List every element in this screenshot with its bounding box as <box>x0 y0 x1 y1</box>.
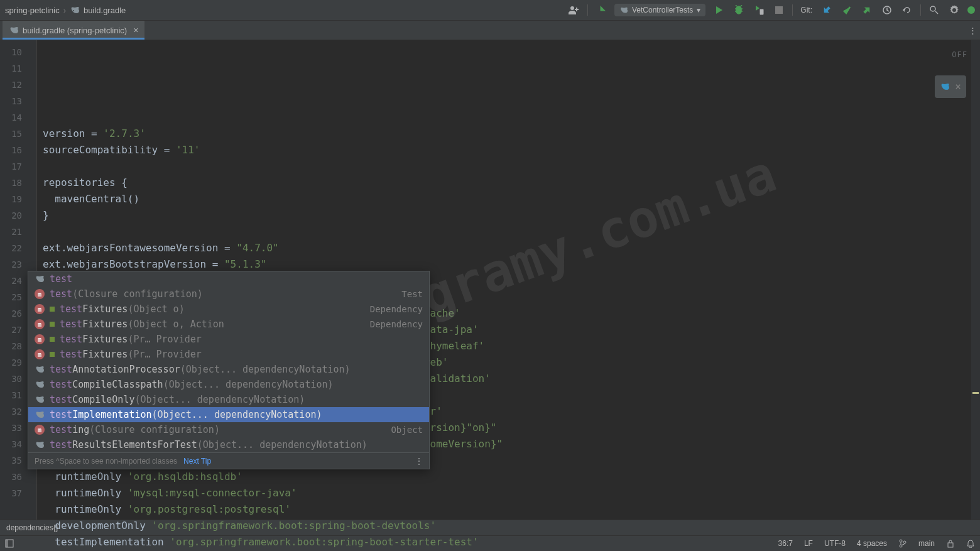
modifier-icon <box>50 352 55 357</box>
line-number[interactable]: 22 <box>0 240 36 256</box>
error-stripe[interactable] <box>971 40 980 520</box>
autocomplete-popup: testmtest(Closure configuration)Testmtes… <box>28 271 430 469</box>
line-number[interactable]: 14 <box>0 109 36 126</box>
rollback-icon[interactable] <box>900 3 914 17</box>
git-label: Git: <box>800 6 812 14</box>
code-line[interactable]: ext.webjarsFontawesomeVersion = "4.7.0" <box>36 240 980 256</box>
git-update-icon[interactable] <box>820 3 834 17</box>
line-number[interactable]: 16 <box>0 142 36 158</box>
close-icon[interactable]: × <box>133 25 138 35</box>
autocomplete-type: Dependency <box>370 319 423 329</box>
run-config-selector[interactable]: VetControllerTests ▾ <box>614 4 705 16</box>
tab-label: build.gradle (spring-petclinic) <box>23 26 127 35</box>
search-icon[interactable] <box>927 3 941 17</box>
line-number[interactable]: 11 <box>0 60 36 77</box>
code-line[interactable]: runtimeOnly 'org.postgresql:postgresql' <box>36 501 980 518</box>
code-line[interactable]: runtimeOnly 'org.hsqldb:hsqldb' <box>36 469 980 485</box>
autocomplete-item[interactable]: testCompileClasspath(Object... dependenc… <box>28 377 429 392</box>
modifier-icon <box>50 337 55 342</box>
autocomplete-item[interactable]: mtestFixtures(Object o, ActionDependency <box>28 317 429 332</box>
tab-build-gradle[interactable]: build.gradle (spring-petclinic) × <box>3 21 144 40</box>
line-number[interactable]: 20 <box>0 207 36 224</box>
add-user-icon[interactable] <box>567 3 581 17</box>
code-line[interactable]: mavenCentral() <box>36 191 980 207</box>
line-number[interactable]: 36 <box>0 469 36 485</box>
build-icon[interactable] <box>594 3 608 17</box>
code-line[interactable]: developmentOnly 'org.springframework.boo… <box>36 518 980 534</box>
gradle-icon <box>35 364 45 374</box>
code-line[interactable] <box>36 158 980 175</box>
autocomplete-item[interactable]: testCompileOnly(Object... dependencyNota… <box>28 392 429 407</box>
more-icon[interactable]: ⋮ <box>415 457 423 466</box>
autocomplete-item[interactable]: testImplementation(Object... dependencyN… <box>28 407 429 422</box>
debug-icon[interactable] <box>732 3 746 17</box>
git-push-icon[interactable] <box>860 3 874 17</box>
code-line[interactable]: version = '2.7.3' <box>36 126 980 142</box>
autocomplete-item[interactable]: testResultsElementsForTest(Object... dep… <box>28 437 429 452</box>
gradle-icon <box>619 6 628 14</box>
nav-breadcrumb: spring-petclinic › build.gradle <box>5 5 126 15</box>
autocomplete-item[interactable]: mtestFixtures(Pr… Provider <box>28 347 429 362</box>
gradle-icon <box>35 379 45 390</box>
line-number[interactable]: 17 <box>0 158 36 175</box>
code-line[interactable]: } <box>36 207 980 224</box>
code-line[interactable] <box>36 224 980 240</box>
svg-point-0 <box>737 8 741 12</box>
code-line[interactable]: runtimeOnly 'mysql:mysql-connector-java' <box>36 485 980 501</box>
main-toolbar: spring-petclinic › build.gradle VetContr… <box>0 0 980 21</box>
line-number[interactable]: 12 <box>0 77 36 93</box>
gradle-icon <box>35 395 45 405</box>
inspection-off-indicator[interactable]: OFF <box>952 46 967 63</box>
avatar-icon[interactable] <box>967 6 975 14</box>
run-icon[interactable] <box>712 3 726 17</box>
line-number[interactable]: 37 <box>0 485 36 501</box>
tab-more-icon[interactable]: ⋮ <box>965 21 980 40</box>
gradle-icon <box>35 274 45 284</box>
autocomplete-label: testImplementation(Object... dependencyN… <box>50 409 322 420</box>
line-number[interactable]: 21 <box>0 224 36 240</box>
autocomplete-label: testFixtures(Pr… Provider <box>60 334 202 345</box>
gradle-reload-icon[interactable] <box>940 82 950 92</box>
method-icon: m <box>35 349 45 359</box>
code-line[interactable]: repositories { <box>36 175 980 191</box>
autocomplete-item[interactable]: mtestFixtures(Object o)Dependency <box>28 302 429 317</box>
warning-marker[interactable] <box>972 392 979 394</box>
breadcrumb-root[interactable]: spring-petclinic <box>5 6 60 15</box>
autocomplete-label: test <box>50 273 72 285</box>
autocomplete-label: testResultsElementsForTest(Object... dep… <box>50 439 368 450</box>
git-commit-icon[interactable] <box>840 3 854 17</box>
autocomplete-label: testCompileOnly(Object... dependencyNota… <box>50 394 305 405</box>
tool-windows-icon[interactable] <box>5 539 14 548</box>
gradle-icon <box>35 440 45 450</box>
chevron-down-icon: ▾ <box>697 6 700 14</box>
code-line[interactable]: sourceCompatibility = '11' <box>36 142 980 158</box>
autocomplete-label: testing(Closure configuration) <box>50 424 220 435</box>
coverage-icon[interactable] <box>752 3 766 17</box>
line-number[interactable]: 10 <box>0 44 36 60</box>
breadcrumb-file[interactable]: build.gradle <box>84 6 126 15</box>
code-line[interactable]: testImplementation 'org.springframework.… <box>36 534 980 550</box>
autocomplete-item[interactable]: testAnnotationProcessor(Object... depend… <box>28 362 429 377</box>
method-icon: m <box>35 334 45 344</box>
line-number[interactable]: 15 <box>0 126 36 142</box>
line-number[interactable]: 18 <box>0 175 36 191</box>
toolbar-right: VetControllerTests ▾ Git: <box>567 3 975 17</box>
line-number[interactable]: 19 <box>0 191 36 207</box>
autocomplete-type: Object <box>391 425 423 435</box>
gradle-icon <box>35 410 45 420</box>
method-icon: m <box>35 319 45 329</box>
autocomplete-label: test(Closure configuration) <box>50 288 203 300</box>
autocomplete-label: testFixtures(Object o) <box>60 303 185 315</box>
settings-icon[interactable] <box>947 3 961 17</box>
history-icon[interactable] <box>880 3 894 17</box>
gradle-icon <box>9 25 19 35</box>
svg-rect-1 <box>775 6 783 14</box>
line-number[interactable]: 13 <box>0 93 36 109</box>
autocomplete-item[interactable]: mtest(Closure configuration)Test <box>28 286 429 302</box>
stop-icon[interactable] <box>772 3 786 17</box>
next-tip-link[interactable]: Next Tip <box>183 457 211 466</box>
autocomplete-item[interactable]: mtestFixtures(Pr… Provider <box>28 332 429 347</box>
autocomplete-item[interactable]: mtesting(Closure configuration)Object <box>28 422 429 437</box>
close-icon[interactable]: × <box>955 79 961 95</box>
autocomplete-item[interactable]: test <box>28 271 429 286</box>
